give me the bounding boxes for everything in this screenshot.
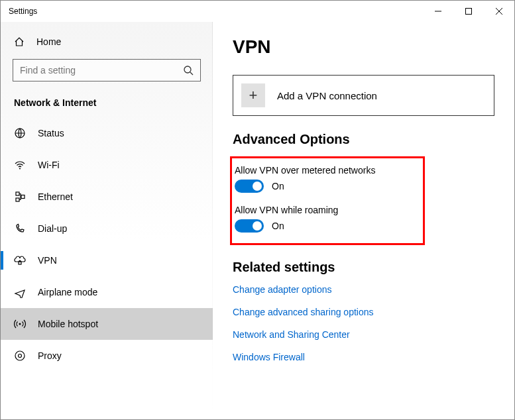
related-links: Change adapter options Change advanced s… [233, 284, 494, 362]
svg-point-4 [184, 66, 191, 73]
sidebar-item-label: Wi-Fi [38, 160, 60, 170]
svg-point-14 [19, 354, 22, 358]
add-vpn-label: Add a VPN connection [277, 90, 377, 101]
sidebar-item-label: Proxy [38, 350, 62, 361]
svg-rect-1 [466, 9, 472, 15]
sidebar-item-ethernet[interactable]: Ethernet [1, 181, 213, 213]
link-advanced-sharing[interactable]: Change advanced sharing options [233, 307, 494, 317]
home-icon [14, 36, 25, 47]
sidebar: Home Network & Internet Status Wi-Fi Eth… [1, 22, 213, 419]
svg-rect-9 [16, 198, 19, 201]
svg-rect-11 [19, 262, 21, 264]
link-network-sharing-center[interactable]: Network and Sharing Center [233, 329, 494, 340]
search-input[interactable] [20, 65, 183, 76]
metered-toggle[interactable] [235, 180, 264, 193]
airplane-icon [14, 286, 26, 298]
home-button[interactable]: Home [1, 30, 213, 54]
status-icon [14, 127, 26, 139]
metered-state: On [272, 181, 284, 191]
sidebar-item-hotspot[interactable]: Mobile hotspot [1, 308, 213, 340]
metered-label: Allow VPN over metered networks [235, 165, 423, 176]
svg-point-12 [19, 323, 21, 325]
nav-list: Status Wi-Fi Ethernet Dial-up VPN Airpla… [1, 117, 213, 372]
svg-point-13 [15, 351, 25, 360]
page-title: VPN [233, 36, 494, 58]
home-label: Home [36, 36, 61, 47]
related-settings-heading: Related settings [233, 260, 494, 275]
sidebar-item-vpn[interactable]: VPN [1, 244, 213, 276]
plus-icon: + [241, 83, 265, 107]
roaming-toggle[interactable] [235, 219, 264, 233]
sidebar-item-label: Airplane mode [38, 287, 97, 297]
sidebar-item-label: VPN [38, 255, 57, 266]
hotspot-icon [14, 318, 26, 330]
content-pane: VPN + Add a VPN connection Advanced Opti… [213, 22, 514, 419]
sidebar-item-dialup[interactable]: Dial-up [1, 213, 213, 244]
close-button[interactable] [484, 1, 514, 22]
category-heading: Network & Internet [1, 92, 213, 117]
search-icon [183, 65, 194, 76]
sidebar-item-label: Mobile hotspot [38, 319, 98, 329]
add-vpn-button[interactable]: + Add a VPN connection [233, 75, 494, 116]
minimize-button[interactable] [423, 1, 453, 22]
settings-window: Settings Home Network & Internet Status [0, 0, 515, 420]
roaming-label: Allow VPN while roaming [235, 205, 423, 215]
sidebar-item-wifi[interactable]: Wi-Fi [1, 149, 213, 181]
dialup-icon [14, 223, 26, 235]
sidebar-item-proxy[interactable]: Proxy [1, 340, 213, 372]
wifi-icon [14, 159, 26, 171]
sidebar-item-label: Status [38, 128, 64, 138]
sidebar-item-status[interactable]: Status [1, 117, 213, 149]
sidebar-item-label: Ethernet [38, 191, 73, 202]
search-box[interactable] [13, 59, 201, 81]
ethernet-icon [14, 191, 26, 203]
highlighted-region: Allow VPN over metered networks On Allow… [230, 156, 425, 245]
link-windows-firewall[interactable]: Windows Firewall [233, 352, 494, 362]
maximize-button[interactable] [453, 1, 484, 22]
sidebar-item-label: Dial-up [38, 223, 67, 234]
link-adapter-options[interactable]: Change adapter options [233, 284, 494, 295]
svg-rect-8 [16, 192, 19, 195]
vpn-icon [14, 254, 26, 266]
roaming-state: On [272, 221, 284, 231]
svg-point-7 [19, 168, 21, 170]
titlebar: Settings [1, 1, 514, 22]
svg-line-5 [190, 72, 193, 75]
sidebar-item-airplane[interactable]: Airplane mode [1, 276, 213, 308]
window-title: Settings [9, 7, 37, 16]
svg-rect-10 [21, 195, 25, 199]
advanced-options-heading: Advanced Options [233, 132, 494, 147]
proxy-icon [14, 350, 26, 362]
